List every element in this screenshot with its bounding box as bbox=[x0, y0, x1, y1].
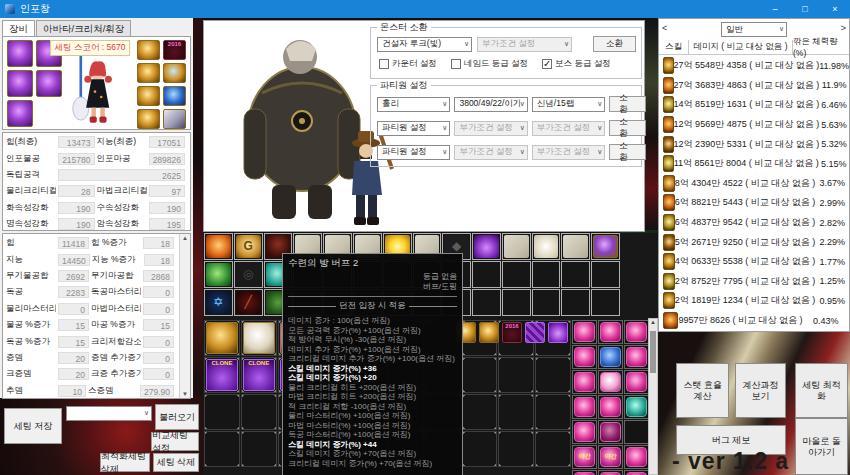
buff-slot[interactable]: ✡ bbox=[204, 289, 233, 316]
skill-damage-row[interactable]: 9957만 8626 ( 비교 대상 없음 )0.43% bbox=[659, 311, 849, 331]
avatar-orb-slot[interactable] bbox=[624, 320, 649, 344]
equip-slot[interactable] bbox=[6, 99, 34, 128]
avatar-orb-slot[interactable]: 야간 bbox=[572, 445, 597, 469]
maximize-button[interactable]: □ bbox=[790, 0, 820, 18]
equip-slot[interactable] bbox=[6, 69, 34, 98]
skill-damage-row[interactable]: 6억 4837만 9542 ( 비교 대상 없음 )2.82% bbox=[659, 213, 849, 233]
item-slot[interactable] bbox=[462, 357, 498, 393]
delete-optimized-setting-button[interactable]: 최적화세팅 삭제 bbox=[100, 453, 150, 472]
skill-damage-row[interactable]: 14억 8519만 1631 ( 비교 대상 없음 )6.46% bbox=[659, 95, 849, 115]
buff-slot[interactable] bbox=[502, 233, 531, 260]
equip-slot[interactable] bbox=[162, 85, 187, 107]
buff-slot[interactable] bbox=[532, 261, 561, 288]
item-slot[interactable] bbox=[241, 320, 277, 356]
skill-damage-row[interactable]: 12억 2390만 5331 ( 비교 대상 없음 )5.32% bbox=[659, 134, 849, 154]
avatar-orb-slot[interactable] bbox=[598, 420, 623, 444]
avatar-orb-slot[interactable] bbox=[598, 470, 623, 475]
avatar-orb-slot[interactable]: 야간 bbox=[598, 445, 623, 469]
skill-damage-row[interactable]: 27억 5548만 4358 ( 비교 대상 없음 )11.98% bbox=[659, 56, 849, 76]
save-setting-button[interactable]: 세팅 저장 bbox=[4, 408, 62, 444]
monster-select[interactable]: 건설자 루크(빛)∨ bbox=[377, 37, 472, 52]
avatar-orb-slot[interactable] bbox=[572, 395, 597, 419]
avatar-orb-slot[interactable] bbox=[572, 470, 597, 475]
buff-slot[interactable]: G bbox=[234, 233, 263, 260]
buff-slot[interactable] bbox=[472, 233, 501, 260]
skill-damage-row[interactable]: 6억 8821만 5443 ( 비교 대상 없음 )2.99% bbox=[659, 193, 849, 213]
item-slot[interactable] bbox=[535, 394, 571, 430]
buff-slot[interactable] bbox=[502, 289, 531, 316]
equip-slot[interactable] bbox=[162, 62, 187, 84]
load-setting-button[interactable]: 불러오기 bbox=[155, 404, 199, 430]
avatar-orb-slot[interactable] bbox=[624, 370, 649, 394]
summon-button[interactable]: 소환 bbox=[609, 96, 645, 112]
avatar-slot[interactable]: 2016 bbox=[501, 321, 523, 344]
checkbox-checked[interactable]: 보스 등급 설정 bbox=[542, 58, 611, 70]
buff-slot[interactable]: ╱ bbox=[234, 289, 263, 316]
buff-slot[interactable] bbox=[532, 233, 561, 260]
buff-slot[interactable] bbox=[561, 233, 590, 260]
scroll-down-icon[interactable]: ▼ bbox=[180, 391, 190, 397]
item-slot[interactable] bbox=[498, 394, 534, 430]
compare-setting-button[interactable]: 비교세팅 설정 bbox=[151, 432, 199, 451]
equip-slot[interactable] bbox=[6, 39, 34, 68]
buff-slot[interactable] bbox=[591, 233, 620, 260]
party-select[interactable]: 파티원 설정∨ bbox=[377, 145, 450, 160]
avatar-orb-slot[interactable] bbox=[598, 345, 623, 369]
checkbox-unchecked[interactable]: 카운터 설정 bbox=[379, 58, 437, 70]
buff-slot[interactable] bbox=[204, 261, 233, 288]
equip-slot[interactable] bbox=[35, 99, 63, 128]
equip-slot[interactable] bbox=[136, 85, 161, 107]
skill-damage-row[interactable]: 8억 4304만 4522 ( 비교 대상 없음 )3.67% bbox=[659, 174, 849, 194]
tab-avatar-creature[interactable]: 아바타/크리쳐/휘장 bbox=[36, 20, 131, 36]
item-slot[interactable]: CLONE bbox=[204, 357, 240, 393]
item-slot[interactable] bbox=[462, 394, 498, 430]
grid-scrollbar[interactable]: ▲ bbox=[648, 318, 658, 475]
equip-slot[interactable] bbox=[162, 108, 187, 130]
avatar-orb-slot[interactable] bbox=[598, 320, 623, 344]
buff-slot[interactable] bbox=[472, 261, 501, 288]
item-slot[interactable] bbox=[241, 431, 277, 467]
skill-damage-row[interactable]: 4억 0633만 5538 ( 비교 대상 없음 )1.77% bbox=[659, 252, 849, 272]
avatar-orb-slot[interactable] bbox=[572, 320, 597, 344]
buff-slot[interactable] bbox=[532, 289, 561, 316]
party-select[interactable]: 파티원 설정∨ bbox=[377, 121, 450, 136]
summon-button[interactable]: 소환 bbox=[593, 36, 636, 52]
skill-damage-row[interactable]: 11억 8561만 8004 ( 비교 대상 없음 )5.15% bbox=[659, 154, 849, 174]
item-slot[interactable] bbox=[204, 320, 240, 356]
return-town-button[interactable]: 마을로 돌아가기 bbox=[795, 418, 848, 475]
avatar-orb-slot[interactable] bbox=[572, 370, 597, 394]
avatar-orb-slot[interactable] bbox=[624, 420, 649, 444]
skill-damage-row[interactable]: 27억 3683만 4863 ( 비교 대상 없음 )11.9% bbox=[659, 76, 849, 96]
item-slot[interactable] bbox=[535, 357, 571, 393]
party-select[interactable]: 신념/15랩∨ bbox=[532, 97, 605, 112]
item-slot[interactable] bbox=[204, 431, 240, 467]
item-slot[interactable] bbox=[462, 431, 498, 467]
scrollbar-thumb[interactable] bbox=[650, 331, 656, 373]
buff-slot[interactable]: ◎ bbox=[234, 261, 263, 288]
buff-slot[interactable] bbox=[204, 233, 233, 260]
item-slot[interactable] bbox=[498, 431, 534, 467]
setting-optimize-button[interactable]: 세팅 최적화 bbox=[795, 363, 848, 418]
buff-slot[interactable] bbox=[561, 289, 590, 316]
item-slot[interactable] bbox=[535, 431, 571, 467]
stats-scrollbar[interactable]: ▲ ▼ bbox=[179, 234, 190, 398]
buff-slot[interactable] bbox=[472, 289, 501, 316]
skill-damage-row[interactable]: 12억 9569만 4875 ( 비교 대상 없음 )5.63% bbox=[659, 115, 849, 135]
item-slot[interactable] bbox=[498, 357, 534, 393]
scroll-up-icon[interactable]: ▲ bbox=[180, 235, 190, 241]
calc-process-button[interactable]: 계산과정 보기 bbox=[735, 363, 786, 418]
avatar-orb-slot[interactable] bbox=[572, 420, 597, 444]
delete-setting-button[interactable]: 세팅 삭제 bbox=[153, 453, 199, 472]
summon-button[interactable]: 소환 bbox=[609, 120, 645, 136]
avatar-orb-slot[interactable] bbox=[598, 370, 623, 394]
avatar-slot[interactable] bbox=[524, 321, 546, 344]
summon-button[interactable]: 소환 bbox=[609, 144, 645, 160]
buff-slot[interactable] bbox=[561, 261, 590, 288]
next-page-button[interactable]: > bbox=[841, 23, 846, 33]
skill-damage-row[interactable]: 2억 1819만 1234 ( 비교 대상 없음 )0.95% bbox=[659, 291, 849, 311]
avatar-slot[interactable] bbox=[547, 321, 569, 344]
item-slot[interactable] bbox=[241, 394, 277, 430]
equip-slot[interactable] bbox=[136, 62, 161, 84]
equip-slot[interactable] bbox=[136, 108, 161, 130]
prev-page-button[interactable]: < bbox=[662, 23, 667, 33]
